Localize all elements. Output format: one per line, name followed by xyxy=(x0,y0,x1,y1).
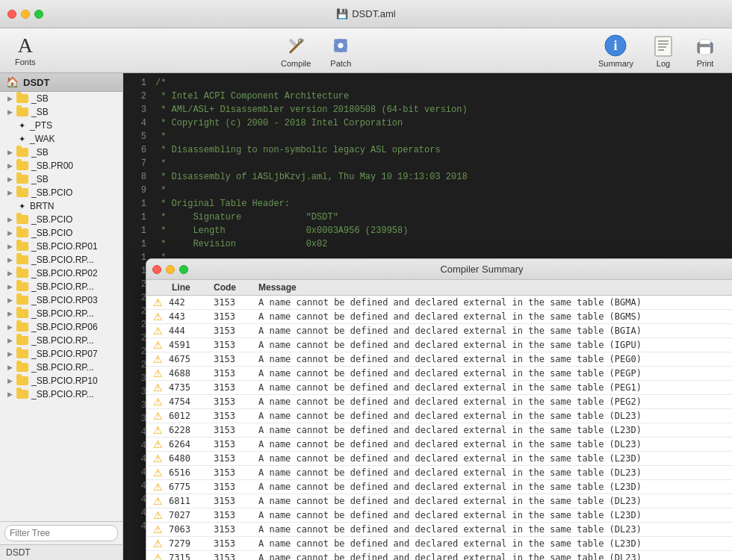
compiler-row[interactable]: ⚠ 4688 3153 A name cannot be defined and… xyxy=(146,367,732,381)
summary-button[interactable]: i Summary xyxy=(591,31,641,71)
compiler-rows[interactable]: ⚠ 442 3153 A name cannot be defined and … xyxy=(146,296,732,560)
sidebar-item-pcio3[interactable]: ▶ _SB.PCIO xyxy=(0,226,122,240)
row-line: 4735 xyxy=(169,382,214,393)
sidebar-item-rp06[interactable]: ▶ _SB.PCIO.RP06 xyxy=(0,320,122,334)
sidebar-item-label: _SB.PCIO.RP10 xyxy=(31,376,98,386)
compiler-minimize-button[interactable] xyxy=(166,265,175,274)
sidebar-item-pcio1[interactable]: ▶ _SB.PCIO xyxy=(0,186,122,199)
compiler-row[interactable]: ⚠ 6228 3153 A name cannot be defined and… xyxy=(146,423,732,438)
row-type-icon: ⚠ xyxy=(146,325,169,337)
compiler-row[interactable]: ⚠ 6811 3153 A name cannot be defined and… xyxy=(146,494,732,508)
row-message: A name cannot be defined and declared ex… xyxy=(258,411,732,421)
compiler-row[interactable]: ⚠ 442 3153 A name cannot be defined and … xyxy=(146,296,732,310)
sidebar-filter[interactable] xyxy=(0,521,122,544)
print-icon xyxy=(693,34,717,57)
row-type-icon: ⚠ xyxy=(146,509,169,521)
col-line-header: Line xyxy=(169,282,214,293)
sidebar-item-sb4[interactable]: ▶ _SB xyxy=(0,172,122,186)
sidebar-item-rp03[interactable]: ▶ _SB.PCIO.RP03 xyxy=(0,293,122,307)
sidebar-item-sb3[interactable]: ▶ _SB xyxy=(0,146,122,159)
compiler-row[interactable]: ⚠ 7027 3153 A name cannot be defined and… xyxy=(146,508,732,523)
row-message: A name cannot be defined and declared ex… xyxy=(258,482,732,492)
fonts-button[interactable]: A Fonts xyxy=(7,32,43,69)
row-line: 7063 xyxy=(169,524,214,535)
sidebar-item-sb2[interactable]: ▶ _SB xyxy=(0,105,122,119)
row-code: 3153 xyxy=(214,368,258,379)
compiler-row[interactable]: ⚠ 6516 3153 A name cannot be defined and… xyxy=(146,466,732,480)
arrow-icon: ▶ xyxy=(6,323,13,331)
svg-rect-9 xyxy=(655,37,671,56)
sidebar-item-rp07b[interactable]: ▶ _SB.PCIO.RP... xyxy=(0,361,122,374)
sidebar-item-rp02b[interactable]: ▶ _SB.PCIO.RP... xyxy=(0,280,122,293)
arrow-icon: ▶ xyxy=(6,108,13,116)
folder-icon xyxy=(16,255,28,264)
log-button[interactable]: Log xyxy=(644,31,683,71)
toolbar-left: A Fonts xyxy=(7,32,43,69)
compiler-row[interactable]: ⚠ 4591 3153 A name cannot be defined and… xyxy=(146,338,732,352)
folder-icon xyxy=(16,390,28,399)
filter-input[interactable] xyxy=(4,525,118,541)
row-code: 3153 xyxy=(214,467,258,478)
compiler-row[interactable]: ⚠ 444 3153 A name cannot be defined and … xyxy=(146,324,732,338)
sidebar-item-label: _SB.PCIO.RP07 xyxy=(31,349,98,359)
compiler-row[interactable]: ⚠ 6775 3153 A name cannot be defined and… xyxy=(146,480,732,494)
compiler-traffic-lights xyxy=(152,265,188,274)
row-line: 6012 xyxy=(169,411,214,421)
compiler-row[interactable]: ⚠ 6264 3153 A name cannot be defined and… xyxy=(146,438,732,452)
compiler-row[interactable]: ⚠ 4735 3153 A name cannot be defined and… xyxy=(146,381,732,395)
sidebar-item-label: _SB.PCIO.RP... xyxy=(31,362,94,373)
arrow-icon: ▶ xyxy=(6,162,13,169)
compiler-row[interactable]: ⚠ 7315 3153 A name cannot be defined and… xyxy=(146,551,732,560)
sidebar-header: 🏠 DSDT xyxy=(0,73,122,92)
maximize-button[interactable] xyxy=(34,10,43,19)
arrow-icon: ▶ xyxy=(6,364,13,371)
sidebar-item-rp07[interactable]: ▶ _SB.PCIO.RP07 xyxy=(0,347,122,361)
main-content: 🏠 DSDT ▶ _SB ▶ _SB ▶ ✦ _PTS ▶ ✦ _WAK xyxy=(0,73,732,560)
row-type-icon: ⚠ xyxy=(146,538,169,550)
sidebar-item-label: _SB xyxy=(31,107,49,117)
sidebar-item-rp03b[interactable]: ▶ _SB.PCIO.RP... xyxy=(0,307,122,320)
compiler-row[interactable]: ⚠ 4754 3153 A name cannot be defined and… xyxy=(146,395,732,409)
row-message: A name cannot be defined and declared ex… xyxy=(258,553,732,560)
row-message: A name cannot be defined and declared ex… xyxy=(258,354,732,364)
compiler-close-button[interactable] xyxy=(152,265,161,274)
compile-button[interactable]: Compile xyxy=(273,31,318,71)
row-code: 3153 xyxy=(214,311,258,322)
sidebar-item-pr00[interactable]: ▶ _SB.PR00 xyxy=(0,159,122,172)
sidebar-item-rp10b[interactable]: ▶ _SB.PCIO.RP... xyxy=(0,388,122,401)
sidebar-item-pts[interactable]: ▶ ✦ _PTS xyxy=(0,119,122,132)
patch-button[interactable]: Patch xyxy=(321,31,360,71)
sidebar-item-rp01b[interactable]: ▶ _SB.PCIO.RP... xyxy=(0,253,122,267)
close-button[interactable] xyxy=(7,10,16,19)
sidebar-item-rp06b[interactable]: ▶ _SB.PCIO.RP... xyxy=(0,334,122,347)
sidebar-item-sb1[interactable]: ▶ _SB xyxy=(0,92,122,105)
row-line: 4754 xyxy=(169,396,214,407)
print-button[interactable]: Print xyxy=(686,31,725,71)
compiler-row[interactable]: ⚠ 4675 3153 A name cannot be defined and… xyxy=(146,352,732,367)
row-code: 3153 xyxy=(214,538,258,549)
sidebar-item-rp02[interactable]: ▶ _SB.PCIO.RP02 xyxy=(0,267,122,280)
compiler-row[interactable]: ⚠ 6480 3153 A name cannot be defined and… xyxy=(146,452,732,466)
sidebar-item-rp10[interactable]: ▶ _SB.PCIO.RP10 xyxy=(0,374,122,388)
arrow-icon: ▶ xyxy=(6,377,13,385)
folder-icon xyxy=(16,148,28,157)
sidebar-item-brtn[interactable]: ▶ ✦ BRTN xyxy=(0,199,122,213)
sidebar-item-label: _SB.PCIO xyxy=(31,187,72,198)
arrow-icon: ▶ xyxy=(6,95,13,102)
compiler-row[interactable]: ⚠ 6012 3153 A name cannot be defined and… xyxy=(146,409,732,423)
compiler-row[interactable]: ⚠ 7063 3153 A name cannot be defined and… xyxy=(146,523,732,537)
sidebar-item-rp01[interactable]: ▶ _SB.PCIO.RP01 xyxy=(0,240,122,253)
col-icon-header xyxy=(146,282,169,293)
sidebar-item-pcio2[interactable]: ▶ _SB.PCIO xyxy=(0,213,122,226)
script-icon: ✦ xyxy=(16,134,27,144)
minimize-button[interactable] xyxy=(21,10,30,19)
sidebar-item-wak[interactable]: ▶ ✦ _WAK xyxy=(0,132,122,146)
row-type-icon: ⚠ xyxy=(146,311,169,323)
sidebar-items[interactable]: ▶ _SB ▶ _SB ▶ ✦ _PTS ▶ ✦ _WAK ▶ xyxy=(0,92,122,521)
compiler-row[interactable]: ⚠ 443 3153 A name cannot be defined and … xyxy=(146,310,732,324)
row-type-icon: ⚠ xyxy=(146,452,169,464)
sidebar-item-label: _SB xyxy=(31,93,49,104)
compiler-maximize-button[interactable] xyxy=(179,265,188,274)
compiler-row[interactable]: ⚠ 7279 3153 A name cannot be defined and… xyxy=(146,537,732,551)
arrow-icon: ▶ xyxy=(6,189,13,196)
